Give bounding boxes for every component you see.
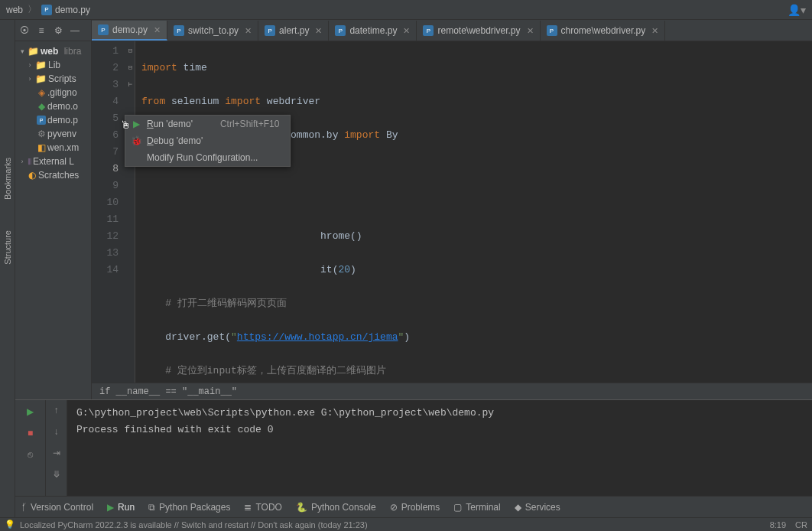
tree-wen[interactable]: ◧wen.xm (15, 141, 91, 155)
project-tool-window: ⦿ ≡ ⚙ — ▾📁web libra ›📁Lib ›📁Scripts ◈.gi… (15, 20, 92, 399)
status-tip-icon[interactable]: 💡 (5, 520, 15, 529)
python-file-icon (335, 25, 346, 36)
tab-demo[interactable]: demo.py✕ (92, 21, 167, 41)
package-icon: ⧉ (148, 502, 155, 513)
project-header: ⦿ ≡ ⚙ — (15, 20, 91, 41)
select-opened-icon[interactable]: ⦿ (18, 24, 31, 37)
close-icon[interactable]: ✕ (154, 25, 161, 35)
close-icon[interactable]: ✕ (315, 26, 322, 36)
problems-icon: ⊘ (390, 502, 398, 513)
tool-run[interactable]: ▶Run (107, 502, 135, 513)
python-file-icon (41, 5, 52, 15)
python-file-icon (423, 25, 434, 36)
hide-icon[interactable]: — (69, 24, 81, 37)
tab-switch-to[interactable]: switch_to.py✕ (167, 21, 258, 41)
python-file-icon (174, 25, 184, 36)
status-caret-pos[interactable]: 8:19 (770, 520, 786, 529)
tree-demo-c[interactable]: ◆demo.o (15, 99, 91, 113)
status-bar: 💡 Localized PyCharm 2022.2.3 is availabl… (0, 517, 812, 531)
expand-all-icon[interactable]: ≡ (35, 24, 47, 37)
branch-icon: ᚶ (21, 502, 27, 513)
tool-python-console[interactable]: 🐍Python Console (296, 502, 376, 513)
python-file-icon (547, 25, 557, 36)
tool-services[interactable]: ◆Services (515, 502, 560, 513)
tree-pyvenv[interactable]: ⚙pyvenv (15, 127, 91, 141)
terminal-icon: ▢ (453, 502, 462, 513)
up-icon[interactable]: ↑ (54, 405, 59, 415)
menu-run[interactable]: ▶Run 'demo'Ctrl+Shift+F10 (125, 116, 290, 132)
down-icon[interactable]: ↓ (54, 426, 59, 437)
settings-icon[interactable]: ⚙ (52, 24, 64, 37)
menu-debug[interactable]: 🐞Debug 'demo' (125, 132, 290, 149)
tree-scripts[interactable]: ›📁Scripts (15, 72, 91, 86)
editor-breadcrumb[interactable]: if __name__ == "__main__" (92, 383, 812, 399)
editor-tabs: demo.py✕ switch_to.py✕ alert.py✕ datetim… (92, 20, 812, 41)
context-menu: ▶Run 'demo'Ctrl+Shift+F10 🐞Debug 'demo' … (125, 115, 291, 167)
status-encoding[interactable]: CR (795, 520, 807, 529)
tool-problems[interactable]: ⊘Problems (390, 502, 440, 513)
editor: demo.py✕ switch_to.py✕ alert.py✕ datetim… (92, 20, 812, 399)
mouse-cursor: 🖱 (120, 119, 131, 131)
run-output[interactable]: G:\python_project\web\Scripts\python.exe… (67, 400, 812, 496)
tool-python-packages[interactable]: ⧉Python Packages (148, 502, 230, 513)
tree-demo-p[interactable]: demo.p (15, 113, 91, 127)
tree-gitignore[interactable]: ◈.gitigno (15, 86, 91, 99)
sidebar-tab-structure[interactable]: Structure (3, 230, 12, 265)
bottom-tool-bar: ᚶVersion Control ▶Run ⧉Python Packages ≣… (15, 496, 812, 517)
sidebar-tab-bookmarks[interactable]: Bookmarks (3, 158, 12, 200)
user-icon[interactable]: 👤▾ (788, 4, 806, 16)
line-gutter[interactable]: 1234567891011121314 (92, 41, 126, 383)
fold-gutter[interactable]: ⊟⊟⊢ (126, 41, 135, 383)
run-actions: ▶ ■ ⎋ (15, 400, 46, 496)
services-icon: ◆ (515, 502, 521, 513)
tree-root[interactable]: ▾📁web libra (15, 44, 91, 58)
close-icon[interactable]: ✕ (527, 26, 534, 36)
tab-chrome-webdriver[interactable]: chrome\webdriver.py✕ (541, 21, 666, 41)
breadcrumb-root[interactable]: web (6, 5, 23, 15)
scroll-icon[interactable]: ⤋ (53, 469, 60, 480)
navigation-bar: web 〉 demo.py 👤▾ (0, 0, 812, 20)
bug-icon: 🐞 (130, 135, 142, 146)
breadcrumb-sep: 〉 (28, 3, 37, 16)
exit-button[interactable]: ⎋ (24, 448, 37, 461)
rerun-button[interactable]: ▶ (24, 405, 37, 419)
tab-remote-webdriver[interactable]: remote\webdriver.py✕ (417, 21, 540, 41)
tab-datetime[interactable]: datetime.py✕ (329, 21, 417, 41)
status-message[interactable]: Localized PyCharm 2022.2.3 is available … (20, 520, 368, 529)
tool-terminal[interactable]: ▢Terminal (453, 502, 500, 513)
run-icon: ▶ (107, 502, 114, 513)
tree-lib[interactable]: ›📁Lib (15, 58, 91, 72)
tool-todo[interactable]: ≣TODO (244, 502, 281, 513)
run-tool-window: ▶ ■ ⎋ ↑ ↓ ⇥ ⤋ G:\python_project\web\Scri… (15, 399, 812, 496)
menu-modify[interactable]: Modify Run Configuration... (125, 149, 290, 166)
project-tree: ▾📁web libra ›📁Lib ›📁Scripts ◈.gitigno ◆d… (15, 41, 91, 185)
stop-button[interactable]: ■ (24, 426, 37, 440)
tool-version-control[interactable]: ᚶVersion Control (21, 502, 93, 513)
close-icon[interactable]: ✕ (651, 26, 658, 36)
console-icon: 🐍 (296, 502, 307, 513)
left-tool-rail: Bookmarks Structure (0, 20, 15, 517)
breadcrumb-file[interactable]: demo.py (55, 5, 90, 15)
python-file-icon (98, 24, 109, 35)
wrap-icon[interactable]: ⇥ (53, 448, 60, 458)
todo-icon: ≣ (244, 502, 252, 513)
code-content[interactable]: import time from selenium import webdriv… (135, 41, 812, 383)
close-icon[interactable]: ✕ (245, 26, 252, 36)
python-file-icon (265, 25, 275, 36)
run-sub-actions: ↑ ↓ ⇥ ⤋ (46, 400, 67, 496)
close-icon[interactable]: ✕ (403, 26, 410, 36)
run-icon: ▶ (130, 119, 142, 129)
tree-external[interactable]: ›⫴External L (15, 155, 91, 168)
tab-alert[interactable]: alert.py✕ (258, 21, 329, 41)
tree-scratches[interactable]: ◐Scratches (15, 168, 91, 182)
code-area[interactable]: 1234567891011121314 ⊟⊟⊢ import time from… (92, 41, 812, 383)
